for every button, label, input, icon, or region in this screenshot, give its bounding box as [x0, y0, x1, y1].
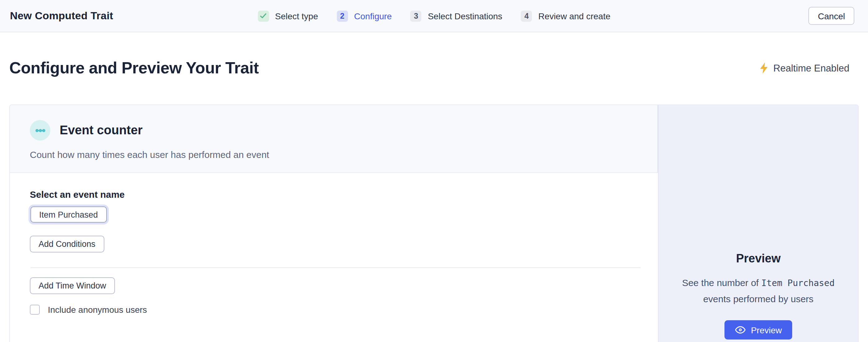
page-title: Configure and Preview Your Trait — [9, 58, 259, 78]
realtime-status: Realtime Enabled — [759, 62, 849, 74]
card-layout: Select an event name Item Purchased Add … — [10, 173, 858, 342]
trait-config-card: Event counter Count how many times each … — [9, 105, 859, 342]
lightning-bolt-icon — [759, 62, 768, 74]
topbar: New Computed Trait Select type 2 Configu… — [0, 0, 868, 32]
step-label: Select type — [275, 11, 318, 21]
step-select-destinations[interactable]: 3 Select Destinations — [410, 10, 502, 22]
anonymous-users-row[interactable]: Include anonymous users — [30, 305, 658, 315]
step-number-badge: 4 — [521, 10, 532, 22]
preview-panel: Preview See the number of Item Purchased… — [658, 105, 858, 342]
preview-text-before: See the number of — [682, 277, 761, 288]
step-label: Configure — [354, 11, 392, 21]
add-conditions-button[interactable]: Add Conditions — [30, 236, 104, 253]
step-review-create[interactable]: 4 Review and create — [521, 10, 611, 22]
anonymous-users-label: Include anonymous users — [48, 305, 147, 315]
realtime-label: Realtime Enabled — [773, 62, 849, 74]
anonymous-users-checkbox[interactable] — [30, 305, 40, 315]
step-configure[interactable]: 2 Configure — [337, 10, 392, 22]
trait-type-row: Event counter — [30, 120, 657, 141]
step-label: Select Destinations — [428, 11, 502, 21]
add-time-window-button[interactable]: Add Time Window — [30, 277, 115, 294]
preview-event-name: Item Purchased — [762, 278, 835, 288]
configure-form: Select an event name Item Purchased Add … — [10, 173, 658, 342]
event-name-label: Select an event name — [30, 189, 658, 200]
wizard-stepper: Select type 2 Configure 3 Select Destina… — [257, 10, 611, 22]
preview-text-after: events performed by users — [703, 293, 813, 304]
event-counter-icon — [30, 120, 50, 141]
step-select-type[interactable]: Select type — [257, 10, 318, 22]
event-name-select[interactable]: Item Purchased — [30, 206, 106, 223]
step-number-badge: 3 — [410, 10, 422, 22]
preview-button-label: Preview — [751, 325, 782, 335]
cancel-button[interactable]: Cancel — [809, 7, 854, 25]
event-name-value: Item Purchased — [39, 210, 98, 219]
step-label: Review and create — [538, 11, 611, 21]
eye-icon — [735, 326, 745, 334]
page-root: New Computed Trait Select type 2 Configu… — [0, 0, 868, 342]
preview-button[interactable]: Preview — [724, 320, 793, 340]
trait-type-title: Event counter — [60, 123, 143, 137]
preview-description: See the number of Item Purchased events … — [677, 275, 839, 307]
trait-type-description: Count how many times each user has perfo… — [30, 149, 657, 160]
window-title: New Computed Trait — [10, 10, 113, 22]
preview-title: Preview — [736, 252, 781, 265]
trait-type-header: Event counter Count how many times each … — [10, 105, 658, 173]
step-done-badge — [257, 10, 269, 22]
step-number-badge: 2 — [337, 10, 348, 22]
check-icon — [260, 12, 267, 19]
page-head: Configure and Preview Your Trait Realtim… — [0, 32, 868, 78]
